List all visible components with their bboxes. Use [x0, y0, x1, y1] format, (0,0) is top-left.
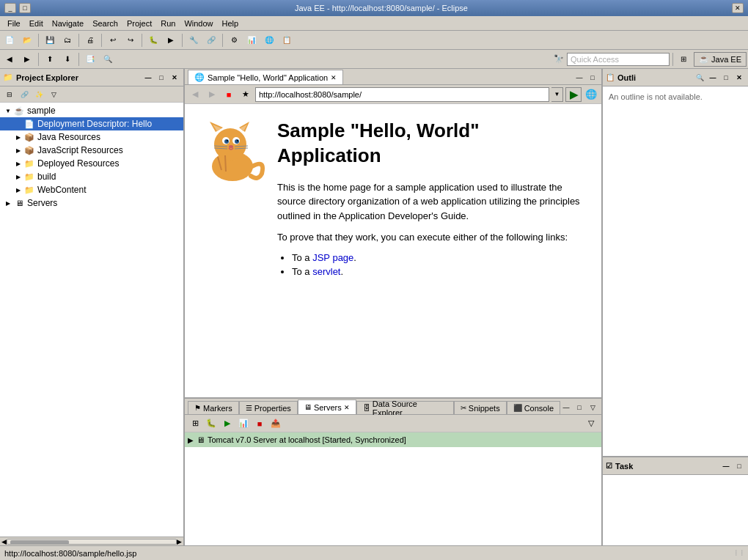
task-max-btn[interactable]: □ — [733, 461, 745, 471]
toolbar-ext1[interactable]: 🔧 — [186, 33, 202, 48]
toolbar-redo[interactable]: ↪ — [122, 33, 139, 48]
browser-min-btn[interactable]: — — [573, 73, 585, 83]
tree-item-build[interactable]: ▶ 📁 build — [0, 170, 183, 183]
server-profile-btn[interactable]: 📊 — [236, 416, 251, 431]
link-suffix1: . — [353, 252, 356, 263]
bottom-chevron-btn[interactable]: ▽ — [587, 402, 598, 413]
tree-item-servers[interactable]: ▶ 🖥 Servers — [0, 196, 183, 210]
url-dropdown[interactable]: ▼ — [551, 87, 563, 102]
menu-run[interactable]: Run — [156, 18, 180, 29]
go-btn[interactable]: ▶ — [565, 87, 582, 102]
link-suffix2: . — [340, 266, 343, 277]
java-ee-perspective[interactable]: ☕ Java EE — [694, 52, 747, 67]
toolbar-open[interactable]: 📂 — [19, 33, 35, 48]
server-start-debug[interactable]: 🐛 — [204, 416, 219, 431]
bottom-max-btn[interactable]: □ — [573, 402, 585, 413]
bookmark-btn[interactable]: ★ — [238, 87, 253, 102]
scroll-left[interactable]: ◀ — [1, 538, 7, 545]
scrollbar-track[interactable] — [7, 539, 177, 545]
tab-properties[interactable]: ☰ Properties — [239, 401, 298, 414]
url-input[interactable] — [255, 87, 549, 102]
menu-navigate[interactable]: Navigate — [48, 18, 88, 29]
explorer-min-btn[interactable]: — — [142, 73, 154, 83]
toolbar-run[interactable]: ▶ — [163, 33, 179, 48]
toolbar-ext6[interactable]: 📋 — [279, 33, 295, 48]
toolbar-save[interactable]: 💾 — [42, 33, 58, 48]
tree-item-sample[interactable]: ▼ ☕ sample — [0, 104, 183, 117]
toolbar-ext2[interactable]: 🔗 — [203, 33, 219, 48]
scroll-right[interactable]: ▶ — [177, 538, 182, 545]
back-btn[interactable]: ◀ — [188, 87, 202, 102]
toolbar-ext3[interactable]: ⚙ — [226, 33, 242, 48]
nav-extra-btn[interactable]: 🌐 — [584, 87, 598, 102]
new-btn[interactable]: ✨ — [32, 88, 45, 101]
menu-project[interactable]: Project — [122, 18, 156, 29]
toolbar2-btn1[interactable]: ◀ — [1, 52, 18, 67]
tree-item-deployment[interactable]: 📄 Deployment Descriptor: Hello — [0, 117, 183, 130]
filter-btn[interactable]: ▽ — [47, 88, 60, 101]
menu-window[interactable]: Window — [180, 18, 217, 29]
toolbar2-btn6[interactable]: 🔍 — [100, 52, 116, 67]
menu-edit[interactable]: Edit — [25, 18, 48, 29]
tab-servers[interactable]: 🖥 Servers ✕ — [298, 399, 356, 414]
browser-tab-active[interactable]: 🌐 Sample "Hello, World" Application ✕ — [188, 70, 343, 84]
toolbar2-btn4[interactable]: ⬇ — [59, 52, 76, 67]
tree-item-java-resources[interactable]: ▶ 📦 Java Resources — [0, 130, 183, 144]
toolbar2-btn3[interactable]: ⬆ — [42, 52, 58, 67]
toolbar-ext5[interactable]: 🌐 — [261, 33, 277, 48]
quick-access-input[interactable]: Quick Access — [567, 53, 670, 66]
menu-file[interactable]: File — [3, 18, 25, 29]
tree-item-deployed[interactable]: ▶ 📁 Deployed Resources — [0, 157, 183, 170]
toolbar-ext4[interactable]: 📊 — [243, 33, 260, 48]
browser-tab-close[interactable]: ✕ — [331, 74, 337, 81]
explorer-max-btn[interactable]: □ — [155, 73, 167, 83]
restore-icon[interactable]: □ — [19, 3, 31, 13]
tab-console[interactable]: ⬛ Console — [507, 401, 560, 414]
tab-markers[interactable]: ⚑ Markers — [188, 401, 239, 414]
toolbar-debug[interactable]: 🐛 — [145, 33, 161, 48]
browser-max-btn[interactable]: □ — [587, 73, 598, 83]
minimize-icon[interactable]: _ — [4, 3, 16, 13]
toolbar-undo[interactable]: ↩ — [105, 33, 121, 48]
link-editor-btn[interactable]: 🔗 — [18, 88, 31, 101]
toolbar-save-all[interactable]: 🗂 — [59, 33, 76, 48]
tab-datasource[interactable]: 🗄 Data Source Explorer — [356, 401, 454, 414]
tree-item-webcontent[interactable]: ▶ 📁 WebContent — [0, 183, 183, 196]
quick-access-label: Quick Access — [571, 55, 619, 64]
toolbar-new[interactable]: 📄 — [1, 33, 18, 48]
outline-max-btn[interactable]: □ — [720, 73, 732, 83]
explorer-close-btn[interactable]: ✕ — [169, 73, 180, 83]
menu-search[interactable]: Search — [88, 18, 122, 29]
toolbar2-btn2[interactable]: ▶ — [19, 52, 35, 67]
server-row-tomcat[interactable]: ▶ 🖥 Tomcat v7.0 Server at localhost [Sta… — [185, 432, 601, 447]
server-publish-btn[interactable]: 📤 — [268, 416, 283, 431]
tab-snippets[interactable]: ✂ Snippets — [454, 401, 507, 414]
server-stop-btn[interactable]: ■ — [252, 416, 267, 431]
page-heading: Sample "Hello, World" Application — [277, 119, 587, 169]
task-min-btn[interactable]: — — [720, 461, 732, 471]
servlet-link[interactable]: servlet — [312, 266, 340, 277]
page-links-list: To a JSP page. To a servlet. — [292, 252, 587, 277]
scrollbar-thumb[interactable] — [10, 540, 69, 545]
open-perspective-btn[interactable]: ⊞ — [676, 52, 691, 67]
tree-item-js-resources[interactable]: ▶ 📦 JavaScript Resources — [0, 144, 183, 157]
outline-close-btn[interactable]: ✕ — [733, 73, 745, 83]
tree-arrow-servers: ▶ — [3, 200, 13, 207]
server-new-btn[interactable]: ⊞ — [188, 416, 202, 431]
server-start-btn[interactable]: ▶ — [220, 416, 235, 431]
explorer-scrollbar[interactable]: ◀ ▶ — [0, 537, 183, 545]
outline-min-btn[interactable]: — — [707, 73, 719, 83]
toolbar-print[interactable]: 🖨 — [82, 33, 98, 48]
forward-btn[interactable]: ▶ — [205, 87, 219, 102]
stop-btn[interactable]: ■ — [221, 87, 236, 102]
toolbar2-btn5[interactable]: 📑 — [82, 52, 98, 67]
servers-tab-close[interactable]: ✕ — [344, 404, 350, 411]
jsp-link[interactable]: JSP page — [312, 252, 353, 263]
outline-search-btn[interactable]: 🔍 — [694, 73, 705, 83]
close-icon[interactable]: ✕ — [732, 3, 744, 13]
collapse-all-btn[interactable]: ⊟ — [3, 88, 16, 101]
bottom-toolbar-chevron[interactable]: ▽ — [584, 416, 598, 431]
bottom-min-btn[interactable]: — — [560, 402, 572, 413]
svg-point-11 — [237, 140, 238, 141]
menu-help[interactable]: Help — [218, 18, 243, 29]
